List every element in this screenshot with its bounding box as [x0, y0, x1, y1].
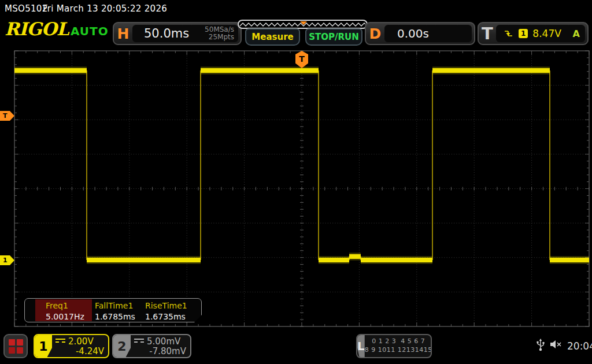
measurement-falltime1[interactable]: FallTime1 1.6785ms: [95, 299, 135, 321]
measurement-freq1[interactable]: Freq1 5.0017Hz: [46, 299, 84, 321]
speaker-muted-icon[interactable]: [550, 340, 564, 349]
main-menu-button[interactable]: [3, 334, 28, 358]
delay-block[interactable]: D 0.00s: [365, 22, 475, 45]
oscilloscope-screen: MSO5102 Fri March 13 20:05:22 2026 RIGOL…: [0, 0, 592, 364]
menu-grid-icon: [9, 339, 15, 346]
measure-button[interactable]: Measure: [245, 28, 300, 46]
channel2-scale: 5.00mV: [147, 336, 180, 347]
measurement-panel[interactable]: Freq1 5.0017Hz FallTime1 1.6785ms RiseTi…: [24, 298, 202, 322]
horizontal-timebase-block[interactable]: H 50.0ms 50MSa/s 25Mpts: [113, 22, 242, 45]
trigger-source-badge: 1: [519, 29, 528, 38]
measurement-label: Freq1: [46, 301, 84, 310]
measurement-value: 1.6785ms: [95, 312, 135, 321]
logic-analyzer-block[interactable]: L 0 1 2 3 4 5 6 7 8 9 1011 12131415: [356, 334, 432, 358]
clock: 20:04: [567, 340, 592, 352]
timebase-display: 50.0ms 50MSa/s 25Mpts: [132, 25, 238, 42]
measurement-label: RiseTime1: [145, 301, 187, 310]
channel2-number: 2: [113, 335, 131, 357]
h-label: H: [114, 25, 132, 42]
memory-waveform-icon: [239, 21, 367, 28]
channel1-number: 1: [35, 335, 52, 357]
trigger-sweep-mode: A: [573, 28, 580, 39]
channel2-status-block[interactable]: 2 5.00mV -7.80mV: [112, 334, 191, 358]
channel2-offset: -7.80mV: [134, 346, 186, 356]
channel1-status-block[interactable]: 1 2.00V -4.24V: [34, 334, 109, 358]
logic-analyzer-label: L: [357, 335, 365, 357]
trigger-block[interactable]: T 1 8.47V A: [478, 22, 589, 45]
t-label: T: [479, 24, 496, 43]
measurement-value: 5.0017Hz: [46, 312, 84, 321]
digital-channels-row1: 0 1 2 3 4 5 6 7: [372, 337, 425, 346]
channel1-ground-marker[interactable]: 1: [0, 255, 14, 265]
timebase-value: 50.0ms: [144, 27, 189, 40]
titlebar: MSO5102 Fri March 13 20:05:22 2026: [0, 0, 592, 17]
datetime: Fri March 13 20:05:22 2026: [43, 3, 167, 14]
channel1-offset: -4.24V: [56, 346, 104, 356]
measurement-value: 1.6735ms: [145, 312, 187, 321]
trigger-level-value: 8.47V: [532, 28, 561, 39]
sample-rate: 50MSa/s: [205, 25, 234, 34]
delay-display: 0.00s: [384, 25, 472, 42]
usb-icon: [536, 339, 545, 351]
dc-coupling-icon: [56, 339, 65, 344]
d-label: D: [366, 25, 384, 42]
model-name: MSO5102: [5, 3, 48, 14]
channel1-scale: 2.00V: [68, 336, 94, 347]
memory-depth: 25Mpts: [209, 33, 234, 41]
trigger-level-marker[interactable]: T: [0, 111, 14, 121]
falling-edge-icon: [504, 29, 513, 38]
dc-coupling-icon: [134, 339, 144, 344]
trigger-position-marker[interactable]: T: [295, 51, 308, 68]
delay-value: 0.00s: [397, 27, 429, 40]
measurement-risetime1[interactable]: RiseTime1 1.6735ms: [145, 299, 187, 321]
measurement-label: FallTime1: [95, 301, 135, 310]
acquire-mode-label: AUTO: [71, 24, 109, 38]
memory-position-bar[interactable]: [238, 20, 368, 29]
stop-run-button[interactable]: STOP/RUN: [305, 28, 362, 46]
trigger-display: 1 8.47V A: [496, 25, 585, 42]
digital-channels-row2: 8 9 1011 12131415: [365, 346, 432, 355]
rigol-logo: RIGOL: [5, 18, 69, 39]
